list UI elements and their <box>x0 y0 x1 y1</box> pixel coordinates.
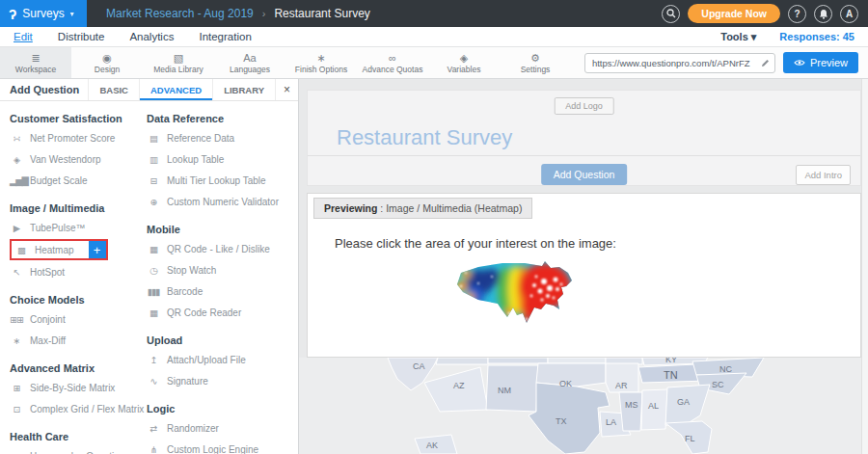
panel-item-barcode[interactable]: ▮▮▮ Barcode <box>147 280 297 302</box>
section-image-multimedia: Image / Multimedia <box>10 202 147 214</box>
survey-title[interactable]: Restaurant Survey <box>337 125 512 150</box>
gear-icon: ⚙ <box>530 52 540 64</box>
breadcrumb: Market Research - Aug 2019 › Restaurant … <box>106 7 370 20</box>
preview-button[interactable]: Preview <box>783 52 858 73</box>
survey-url-input[interactable] <box>590 57 761 69</box>
heatmap-image-icon: ▩ <box>14 245 28 255</box>
nav-distribute[interactable]: Distribute <box>58 31 105 42</box>
state-co[interactable] <box>488 358 548 363</box>
panel-item-net-promoter-score[interactable]: ∺ Net Promoter Score <box>10 127 147 148</box>
state-ms[interactable] <box>619 392 642 431</box>
search-button[interactable] <box>662 5 680 23</box>
breadcrumb-project[interactable]: Market Research - Aug 2019 <box>106 7 254 20</box>
add-intro-button[interactable]: Add Intro <box>796 165 851 185</box>
nps-scale-icon: ∺ <box>10 133 23 144</box>
toolbar-settings[interactable]: ⚙ Settings <box>500 47 571 78</box>
tools-dropdown[interactable]: Tools ▾ <box>720 31 756 43</box>
panel-item-qr-like-dislike[interactable]: ▦ QR Code - Like / Dislike <box>147 238 297 259</box>
barcode-icon: ▮▮▮ <box>147 286 160 297</box>
panel-item-randomizer[interactable]: ⇄ Randomizer <box>147 417 297 439</box>
toolbar-advance-quotas[interactable]: ∞ Advance Quotas <box>357 47 428 78</box>
panel-item-qr-code-reader[interactable]: ▦ QR Code Reader <box>147 302 297 323</box>
state-ut[interactable] <box>436 358 488 364</box>
panel-item-reference-data[interactable]: ▤ Reference Data <box>147 127 297 148</box>
panel-item-budget-scale[interactable]: ▂▅▇ Budget Scale <box>10 170 147 191</box>
nav-integration[interactable]: Integration <box>199 31 251 42</box>
section-upload: Upload <box>147 334 297 346</box>
stopwatch-icon: ◷ <box>147 265 160 276</box>
toolbar-languages[interactable]: Aa Languages <box>214 47 285 78</box>
add-logo-button[interactable]: Add Logo <box>554 97 614 115</box>
state-nm[interactable] <box>486 365 538 412</box>
nav-edit[interactable]: Edit <box>14 31 33 42</box>
state-label: FL <box>685 434 695 443</box>
panel-item-custom-logic-engine[interactable]: ⋔ Custom Logic Engine <box>147 439 297 454</box>
panel-item-complex-grid[interactable]: ⊡ Complex Grid / Flex Matrix <box>10 398 147 419</box>
chevron-down-icon: ▾ <box>751 31 757 42</box>
top-navbar: ʔ Surveys ▾ Market Research - Aug 2019 ›… <box>0 0 868 27</box>
question-preview-card: Previewing : Image / Multimedia (Heatmap… <box>307 193 861 358</box>
tab-basic[interactable]: BASIC <box>88 79 139 100</box>
question-text: Please click the area of your interest o… <box>335 236 616 251</box>
panel-item-conjoint[interactable]: ⊞⊞ Conjoint <box>10 308 147 330</box>
panel-item-max-diff[interactable]: ∗ Max-Diff <box>10 330 147 351</box>
toolbar-workspace[interactable]: ≣ Workspace <box>0 47 71 78</box>
upgrade-now-button[interactable]: Upgrade Now <box>688 4 780 23</box>
toolbar-design[interactable]: ◉ Design <box>71 47 143 78</box>
panel-item-homunculus[interactable]: ▣ Homunculus Question <box>10 445 147 454</box>
toolbar-finish-options[interactable]: ∗ Finish Options <box>285 47 357 78</box>
panel-item-attach-upload-file[interactable]: ↥ Attach/Upload File <box>147 349 297 370</box>
notifications-button[interactable] <box>814 5 832 23</box>
panel-item-side-by-side-matrix[interactable]: ⊞ Side-By-Side Matrix <box>10 377 147 398</box>
survey-url-box[interactable] <box>584 53 775 73</box>
qr-code-icon: ▦ <box>147 244 160 254</box>
breadcrumb-separator: › <box>262 8 266 19</box>
help-button[interactable]: ? <box>788 5 806 23</box>
pencil-icon[interactable] <box>761 59 770 67</box>
panel-item-hotspot[interactable]: ↖ HotSpot <box>10 261 147 282</box>
panel-item-stop-watch[interactable]: ◷ Stop Watch <box>147 259 297 280</box>
section-customer-satisfaction: Customer Satisfaction <box>10 113 147 124</box>
state-label: NM <box>498 386 511 395</box>
panel-item-lookup-table[interactable]: ▥ Lookup Table <box>147 148 297 170</box>
section-health-care: Health Care <box>10 431 147 442</box>
toolbar-variables[interactable]: ◈ Variables <box>428 47 500 78</box>
flex-grid-icon: ⊡ <box>10 404 23 414</box>
workspace-icon: ≣ <box>31 52 40 64</box>
multi-tier-icon: ⊟ <box>147 175 160 186</box>
previewing-tab: Previewing : Image / Multimedia (Heatmap… <box>313 198 532 219</box>
nav-analytics[interactable]: Analytics <box>129 31 174 42</box>
heatmap-usa-image[interactable] <box>449 257 580 342</box>
avatar[interactable]: A <box>840 5 858 23</box>
translate-icon: Aa <box>243 52 256 64</box>
chain-links-icon: ∞ <box>389 52 396 64</box>
state-label: AK <box>426 441 438 450</box>
panel-item-multi-tier-lookup[interactable]: ⊟ Multi Tier Lookup Table <box>147 170 297 191</box>
main-scrollbar-track[interactable] <box>861 79 868 454</box>
panel-item-signature[interactable]: ∿ Signature <box>147 370 297 391</box>
panel-item-heatmap[interactable]: ▩ Heatmap + <box>10 239 108 260</box>
panel-item-custom-numeric-validator[interactable]: ⊕ Custom Numeric Validator <box>147 191 297 212</box>
responses-count[interactable]: Responses: 45 <box>779 31 854 43</box>
section-advanced-matrix: Advanced Matrix <box>10 362 147 374</box>
panel-item-van-westendorp[interactable]: ◈ Van Westendorp <box>10 148 147 170</box>
surveys-menu[interactable]: ʔ Surveys ▾ <box>0 0 87 27</box>
qr-reader-icon: ▦ <box>147 307 160 318</box>
add-question-button[interactable]: Add Question <box>541 164 628 185</box>
state-label: OK <box>559 379 572 388</box>
section-mobile: Mobile <box>147 224 297 235</box>
close-icon[interactable]: × <box>275 79 298 100</box>
topbar-actions: Upgrade Now ? A <box>662 4 868 23</box>
usa-states-map[interactable]: CA AZ NM OK AR KY TN NC SC MS AL GA TX L… <box>299 358 868 454</box>
panel-item-tubepulse[interactable]: ▶ TubePulse™ <box>10 217 147 238</box>
tab-library[interactable]: LIBRARY <box>212 79 275 100</box>
tab-advanced[interactable]: ADVANCED <box>139 79 212 100</box>
state-label: KY <box>665 358 677 364</box>
add-heatmap-plus-button[interactable]: + <box>89 241 106 258</box>
state-label: GA <box>677 397 690 407</box>
state-ks[interactable] <box>548 358 606 363</box>
toolbar-media-library[interactable]: ▧ Media Library <box>143 47 214 78</box>
state-label: AZ <box>453 381 465 390</box>
questionpro-logo-icon: ʔ <box>9 7 16 21</box>
signature-icon: ∿ <box>147 376 160 387</box>
